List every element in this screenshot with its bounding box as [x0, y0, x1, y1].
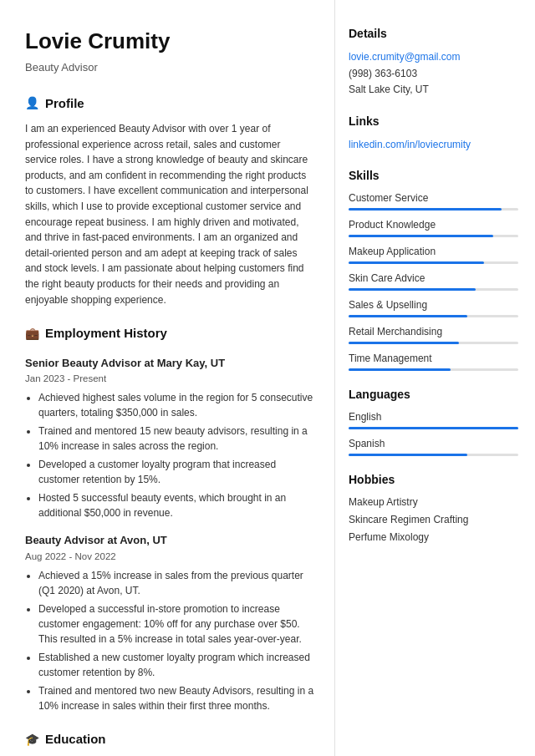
- employment-list: Senior Beauty Advisor at Mary Kay, UTJan…: [25, 355, 314, 714]
- skill-bar-fill: [349, 235, 493, 237]
- links-header: Links: [349, 113, 518, 130]
- languages-list: EnglishSpanish: [349, 409, 518, 456]
- education-label: Education: [45, 730, 106, 749]
- skill-bar-bg: [349, 342, 518, 344]
- left-column: Lovie Crumity Beauty Advisor 👤 Profile I…: [0, 0, 334, 756]
- linkedin-link[interactable]: linkedin.com/in/loviecrumity: [349, 139, 471, 150]
- skill-bar-fill: [349, 315, 467, 317]
- bullet-item: Established a new customer loyalty progr…: [38, 650, 314, 680]
- phone-text: (998) 363-6103: [349, 68, 417, 79]
- skill-label: Sales & Upselling: [349, 297, 518, 312]
- bullet-item: Achieved highest sales volume in the reg…: [38, 390, 314, 420]
- bullet-item: Developed a customer loyalty program tha…: [38, 457, 314, 487]
- bullet-item: Achieved a 15% increase in sales from th…: [38, 568, 314, 598]
- job-title: Beauty Advisor at Avon, UT: [25, 532, 314, 549]
- hobby-item: Perfume Mixology: [349, 530, 518, 545]
- language-item: Spanish: [349, 436, 518, 456]
- resume-page: Lovie Crumity Beauty Advisor 👤 Profile I…: [0, 0, 535, 756]
- language-label: Spanish: [349, 436, 518, 451]
- profile-section-header: 👤 Profile: [25, 94, 314, 114]
- skill-bar-fill: [349, 342, 459, 344]
- skill-label: Product Knowledge: [349, 217, 518, 232]
- skill-bar-bg: [349, 235, 518, 237]
- employment-label: Employment History: [45, 324, 167, 343]
- hobbies-list: Makeup ArtistrySkincare Regimen Crafting…: [349, 495, 518, 545]
- candidate-title: Beauty Advisor: [25, 59, 314, 76]
- email-link[interactable]: lovie.crumity@gmail.com: [349, 51, 461, 63]
- skill-label: Skin Care Advice: [349, 271, 518, 286]
- hobby-item: Skincare Regimen Crafting: [349, 512, 518, 527]
- profile-icon: 👤: [25, 94, 39, 112]
- bullet-item: Developed a successful in-store promotio…: [38, 601, 314, 647]
- right-column: Details lovie.crumity@gmail.com (998) 36…: [334, 0, 535, 756]
- skill-item: Sales & Upselling: [349, 297, 518, 317]
- skill-item: Customer Service: [349, 190, 518, 211]
- bullet-item: Hosted 5 successful beauty events, which…: [38, 490, 314, 520]
- skill-bar-bg: [349, 261, 518, 264]
- job-bullets: Achieved a 15% increase in sales from th…: [25, 568, 314, 713]
- job-bullets: Achieved highest sales volume in the reg…: [25, 390, 314, 520]
- skill-item: Time Management: [349, 351, 518, 371]
- skill-bar-fill: [349, 288, 476, 291]
- job-entry: Senior Beauty Advisor at Mary Kay, UTJan…: [25, 355, 314, 521]
- skills-list: Customer ServiceProduct KnowledgeMakeup …: [349, 190, 518, 371]
- skill-bar-fill: [349, 261, 484, 264]
- bullet-item: Trained and mentored two new Beauty Advi…: [38, 683, 314, 713]
- employment-icon: 💼: [25, 325, 39, 342]
- language-label: English: [349, 409, 518, 424]
- job-entry: Beauty Advisor at Avon, UTAug 2022 - Nov…: [25, 532, 314, 713]
- profile-text: I am an experienced Beauty Advisor with …: [25, 121, 314, 307]
- language-item: English: [349, 409, 518, 429]
- skill-bar-bg: [349, 368, 518, 371]
- skill-item: Makeup Application: [349, 244, 518, 264]
- language-bar-bg: [349, 454, 518, 456]
- skill-label: Retail Merchandising: [349, 324, 518, 339]
- location-text: Salt Lake City, UT: [349, 84, 429, 95]
- education-section-header: 🎓 Education: [25, 730, 314, 749]
- education-icon: 🎓: [25, 731, 39, 748]
- skill-bar-fill: [349, 368, 451, 371]
- profile-label: Profile: [45, 94, 84, 114]
- skill-label: Customer Service: [349, 190, 518, 205]
- skill-item: Skin Care Advice: [349, 271, 518, 291]
- bullet-item: Trained and mentored 15 new beauty advis…: [38, 424, 314, 454]
- languages-header: Languages: [349, 386, 518, 403]
- skill-item: Product Knowledge: [349, 217, 518, 237]
- hobbies-header: Hobbies: [349, 471, 518, 489]
- skill-bar-bg: [349, 315, 518, 317]
- job-title: Senior Beauty Advisor at Mary Kay, UT: [25, 355, 314, 372]
- job-dates: Aug 2022 - Nov 2022: [25, 550, 314, 564]
- skill-label: Time Management: [349, 351, 518, 366]
- language-bar-bg: [349, 427, 518, 429]
- skills-header: Skills: [349, 167, 518, 185]
- employment-section-header: 💼 Employment History: [25, 324, 314, 343]
- job-dates: Jan 2023 - Present: [25, 372, 314, 386]
- skill-item: Retail Merchandising: [349, 324, 518, 344]
- details-header: Details: [349, 25, 518, 43]
- language-bar-fill: [349, 454, 467, 456]
- hobby-item: Makeup Artistry: [349, 495, 518, 510]
- skill-bar-fill: [349, 208, 502, 211]
- candidate-name: Lovie Crumity: [25, 25, 314, 58]
- language-bar-fill: [349, 427, 518, 429]
- skill-bar-bg: [349, 288, 518, 291]
- skill-bar-bg: [349, 208, 518, 211]
- skill-label: Makeup Application: [349, 244, 518, 259]
